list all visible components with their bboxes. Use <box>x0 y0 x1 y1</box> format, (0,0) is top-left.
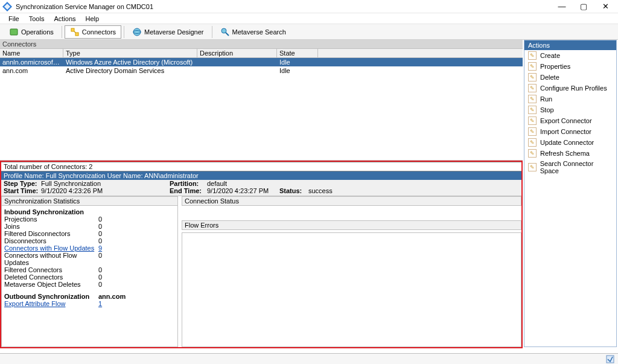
action-icon: ✎ <box>528 149 537 158</box>
cell-type: Windows Azure Active Directory (Microsof… <box>63 58 197 66</box>
cell-type: Active Directory Domain Services <box>63 66 197 75</box>
toolbar-operations-label: Operations <box>21 28 54 36</box>
stat-label: Projections <box>4 216 98 223</box>
col-type[interactable]: Type <box>63 49 197 57</box>
action-label: Stop <box>540 106 554 113</box>
action-icon: ✎ <box>528 95 537 103</box>
menu-help[interactable]: Help <box>81 14 104 23</box>
toolbar-operations[interactable]: Operations <box>4 25 59 39</box>
close-button[interactable]: ✕ <box>600 2 611 10</box>
toolbar-metaverse-search[interactable]: Metaverse Search <box>215 25 291 39</box>
action-icon: ✎ <box>528 73 537 81</box>
end-time-value: 9/1/2020 4:23:27 PM <box>207 187 279 194</box>
stat-label: Connectors without Flow Updates <box>4 252 98 266</box>
status-bar <box>0 353 618 364</box>
actions-list: ✎Create✎Properties✎Delete✎Configure Run … <box>524 50 616 176</box>
toolbar-separator <box>124 26 124 38</box>
action-item[interactable]: ✎Delete <box>524 72 616 83</box>
toolbar: Operations Connectors Metaverse Designer… <box>0 24 618 40</box>
stat-value: 0 <box>98 252 123 266</box>
metaverse-search-icon <box>220 27 230 37</box>
action-label: Update Connector <box>540 139 594 146</box>
stat-value[interactable]: 9 <box>98 244 123 252</box>
col-state[interactable]: State <box>277 49 318 57</box>
minimize-button[interactable]: — <box>556 2 567 10</box>
col-name[interactable]: Name <box>0 49 63 57</box>
toolbar-connectors[interactable]: Connectors <box>65 25 121 39</box>
action-label: Refresh Schema <box>540 150 590 157</box>
stat-value[interactable]: 1 <box>98 300 123 307</box>
stat-row: Filtered Disconnectors0 <box>4 230 175 237</box>
menu-file[interactable]: File <box>4 14 24 23</box>
outbound-name: ann.com <box>98 293 147 300</box>
col-description[interactable]: Description <box>197 49 277 57</box>
flow-errors-body[interactable] <box>182 232 521 347</box>
stat-value: 0 <box>98 281 123 288</box>
action-icon: ✎ <box>528 51 537 60</box>
toolbar-metaverse-designer[interactable]: Metaverse Designer <box>127 25 209 39</box>
svg-rect-2 <box>10 29 18 35</box>
stat-row: Disconnectors0 <box>4 237 175 244</box>
actions-header: Actions <box>524 40 616 50</box>
stat-label[interactable]: Connectors with Flow Updates <box>4 244 98 252</box>
toolbar-connectors-label: Connectors <box>82 28 116 36</box>
menu-tools[interactable]: Tools <box>24 14 49 23</box>
toolbar-separator <box>212 26 212 38</box>
action-item[interactable]: ✎Export Connector <box>524 115 616 126</box>
action-icon: ✎ <box>528 127 537 136</box>
title-bar: Synchronization Service Manager on CMDC0… <box>0 0 618 13</box>
action-item[interactable]: ✎Refresh Schema <box>524 148 616 159</box>
inbound-title: Inbound Synchronization <box>4 208 175 216</box>
action-item[interactable]: ✎Update Connector <box>524 137 616 148</box>
action-item[interactable]: ✎Run <box>524 94 616 104</box>
connectors-total: Total number of Connectors: 2 <box>1 162 521 171</box>
action-item[interactable]: ✎Import Connector <box>524 126 616 137</box>
cell-desc <box>197 58 277 66</box>
connectors-icon <box>70 27 80 37</box>
stat-label[interactable]: Export Attribute Flow <box>4 300 98 307</box>
action-label: Search Connector Space <box>540 160 613 174</box>
table-row[interactable]: ann.com Active Directory Domain Services… <box>0 66 523 75</box>
svg-rect-3 <box>71 28 74 31</box>
sync-statistics-box: Synchronization Statistics Inbound Synch… <box>1 196 178 347</box>
maximize-button[interactable]: ▢ <box>578 2 589 10</box>
left-pane: Connectors Name Type Description State a… <box>0 40 523 350</box>
connectors-grid-body[interactable]: annln.onmicrosoft.com ... Windows Azure … <box>0 58 523 161</box>
start-time-label: Start Time: <box>4 187 41 194</box>
action-item[interactable]: ✎Configure Run Profiles <box>524 83 616 94</box>
profile-bar-text: Profile Name: Full Synchronization User … <box>4 172 199 179</box>
cell-name: annln.onmicrosoft.com ... <box>0 58 63 66</box>
connection-status-header: Connection Status <box>182 196 521 206</box>
action-item[interactable]: ✎Search Connector Space <box>524 159 616 176</box>
menu-bar: File Tools Actions Help <box>0 13 618 24</box>
metaverse-designer-icon <box>132 27 142 37</box>
action-item[interactable]: ✎Create <box>524 50 616 61</box>
partition-label: Partition: <box>170 180 207 187</box>
action-icon: ✎ <box>528 117 537 125</box>
app-icon <box>2 2 12 11</box>
stat-label: Metaverse Object Deletes <box>4 281 98 288</box>
run-details: Step Type:Full Synchronization Partition… <box>1 180 521 196</box>
action-item[interactable]: ✎Stop <box>524 104 616 115</box>
sync-statistics-body: Inbound Synchronization Projections0Join… <box>2 206 177 308</box>
action-item[interactable]: ✎Properties <box>524 61 616 72</box>
stat-row: Filtered Connectors0 <box>4 266 175 273</box>
stat-row: Metaverse Object Deletes0 <box>4 281 175 288</box>
stat-value: 0 <box>98 230 123 237</box>
stat-value: 0 <box>98 266 123 273</box>
window-buttons: — ▢ ✕ <box>556 2 616 10</box>
action-label: Delete <box>540 74 559 81</box>
table-row[interactable]: annln.onmicrosoft.com ... Windows Azure … <box>0 58 523 66</box>
partition-value: default <box>207 180 227 187</box>
menu-actions[interactable]: Actions <box>49 14 80 23</box>
action-icon: ✎ <box>528 84 537 92</box>
statusbar-icon[interactable] <box>606 355 614 363</box>
run-details-region: Total number of Connectors: 2 Profile Na… <box>0 161 523 348</box>
action-label: Configure Run Profiles <box>540 85 607 92</box>
svg-point-8 <box>221 28 226 33</box>
status-label: Status: <box>279 187 308 194</box>
action-icon: ✎ <box>528 106 537 114</box>
main-area: Connectors Name Type Description State a… <box>0 40 618 350</box>
cell-desc <box>197 66 277 75</box>
svg-rect-4 <box>75 33 78 36</box>
